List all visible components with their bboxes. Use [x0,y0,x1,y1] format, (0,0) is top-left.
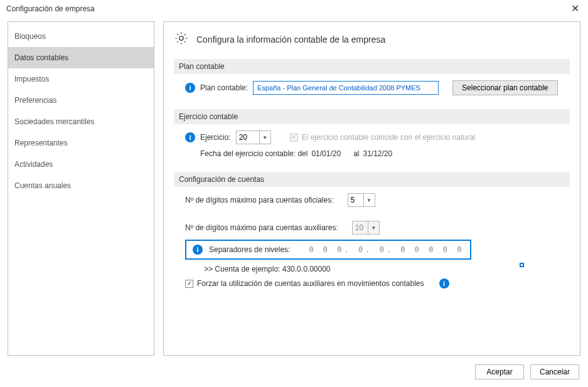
chevron-down-icon: ▼ [368,221,379,234]
aux-digits-value [353,221,368,234]
separators-pattern: 0 0 0. 0. 0. 0 0 0 0 0 [309,245,464,254]
info-icon[interactable]: i [185,83,195,93]
chevron-down-icon[interactable]: ▼ [259,131,270,144]
main-panel: Configura la información contable de la … [163,21,580,356]
sidebar-item[interactable]: Preferencias [8,90,154,111]
panel-heading: Configura la información contable de la … [196,34,385,45]
close-icon[interactable]: ✕ [569,4,582,14]
force-aux-label: Forzar la utilización de cuentas auxilia… [197,279,424,288]
date-prefix: Fecha del ejercicio contable: del [200,149,307,158]
example-value: 430.0.0.00000 [282,265,331,273]
sidebar: BloqueosDatos contablesImpuestosPreferen… [8,21,154,356]
svg-point-0 [179,36,183,40]
plan-input[interactable] [253,81,439,95]
checkbox-box [290,134,298,142]
ejercicio-label: Ejercicio: [200,133,231,142]
section-header-ejercicio: Ejercicio contable [174,109,570,124]
sidebar-item[interactable]: Datos contables [8,47,154,68]
info-icon[interactable]: i [185,132,195,142]
date-from: 01/01/20 [311,149,341,158]
plan-label: Plan contable: [200,83,248,92]
cancel-button[interactable]: Cancelar [530,364,579,379]
force-aux-checkbox[interactable]: Forzar la utilización de cuentas auxilia… [185,279,424,288]
separator-highlight-box: i Separadores de niveles: 0 0 0. 0. 0. 0… [185,240,471,260]
sidebar-item[interactable]: Bloqueos [8,26,154,47]
date-to: 31/12/20 [363,149,393,158]
date-mid: al [353,149,359,158]
chevron-down-icon[interactable]: ▼ [363,194,375,206]
info-icon[interactable]: i [193,245,203,255]
select-plan-button[interactable]: Seleccionar plan contable [452,80,557,95]
aux-digits-combo: ▼ [352,221,380,235]
sidebar-item[interactable]: Impuestos [8,68,154,90]
checkbox-box[interactable] [185,280,193,288]
section-header-cuentas: Configuración de cuentas [174,172,570,187]
footer: Aceptar Cancelar [0,358,588,387]
resize-handle-icon[interactable] [520,263,524,267]
aux-digits-label: Nº de dígitos máximo para cuentas auxili… [185,223,338,232]
ejercicio-natural-checkbox: El ejercicio contable coincide con el ej… [290,133,476,142]
sidebar-item[interactable]: Cuentas anuales [8,175,154,196]
example-prefix: >> Cuenta de ejemplo: [204,265,280,273]
official-digits-combo[interactable]: ▼ [348,193,375,207]
sidebar-item[interactable]: Representantes [8,132,154,154]
titlebar: Configuración de empresa ✕ [0,0,588,16]
window-title: Configuración de empresa [6,4,95,13]
gear-icon [174,31,189,48]
ejercicio-checkbox-label: El ejercicio contable coincide con el ej… [302,133,476,142]
section-header-plan: Plan contable [174,59,570,74]
official-digits-value[interactable] [348,194,363,206]
separators-label: Separadores de niveles: [209,245,290,254]
ejercicio-value[interactable] [237,131,259,144]
ok-button[interactable]: Aceptar [475,364,524,379]
info-icon[interactable]: i [439,278,449,289]
sidebar-item[interactable]: Actividades [8,154,154,175]
official-digits-label: Nº de dígitos máximo para cuentas oficia… [185,196,334,204]
ejercicio-combo[interactable]: ▼ [236,130,271,144]
sidebar-item[interactable]: Sociedades mercantiles [8,111,154,132]
